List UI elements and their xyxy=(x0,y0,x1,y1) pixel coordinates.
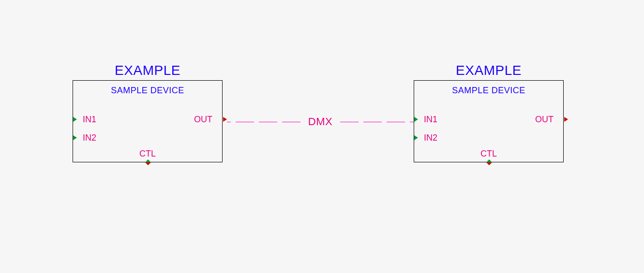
svg-marker-6 xyxy=(414,135,418,140)
port-label-in2: IN2 xyxy=(424,133,437,143)
svg-marker-7 xyxy=(564,117,568,122)
device-box: SAMPLE DEVICE IN1 IN2 OUT CTL xyxy=(73,80,223,162)
control-marker-icon xyxy=(145,159,150,164)
device-subtitle: SAMPLE DEVICE xyxy=(73,86,222,96)
device-box: SAMPLE DEVICE IN1 IN2 OUT CTL xyxy=(414,80,564,162)
svg-marker-5 xyxy=(414,117,418,122)
output-marker-icon xyxy=(564,117,569,122)
svg-marker-9 xyxy=(486,162,492,165)
svg-marker-0 xyxy=(73,117,77,122)
port-label-in2: IN2 xyxy=(83,133,96,143)
control-marker-icon xyxy=(486,159,491,164)
input-marker-icon xyxy=(73,135,77,140)
svg-marker-2 xyxy=(223,117,227,122)
input-marker-icon xyxy=(73,117,77,122)
port-label-in1: IN1 xyxy=(424,115,437,125)
svg-marker-3 xyxy=(145,159,151,162)
device-block: EXAMPLE SAMPLE DEVICE IN1 IN2 OUT CTL xyxy=(414,63,564,162)
device-title: EXAMPLE xyxy=(414,63,564,78)
device-block: EXAMPLE SAMPLE DEVICE IN1 IN2 OUT CTL xyxy=(73,63,223,162)
svg-marker-4 xyxy=(145,162,151,165)
svg-marker-1 xyxy=(73,135,77,140)
device-title: EXAMPLE xyxy=(73,63,223,78)
port-label-out: OUT xyxy=(535,115,554,125)
port-label-ctl: CTL xyxy=(139,149,156,159)
input-marker-icon xyxy=(414,117,419,122)
connection-label: DMX xyxy=(306,115,334,128)
port-label-ctl: CTL xyxy=(480,149,497,159)
svg-marker-8 xyxy=(486,159,492,162)
port-label-in1: IN1 xyxy=(83,115,96,125)
input-marker-icon xyxy=(414,135,419,140)
port-label-out: OUT xyxy=(194,115,212,125)
dmx-connection: DMX xyxy=(227,116,414,128)
device-subtitle: SAMPLE DEVICE xyxy=(414,86,563,96)
